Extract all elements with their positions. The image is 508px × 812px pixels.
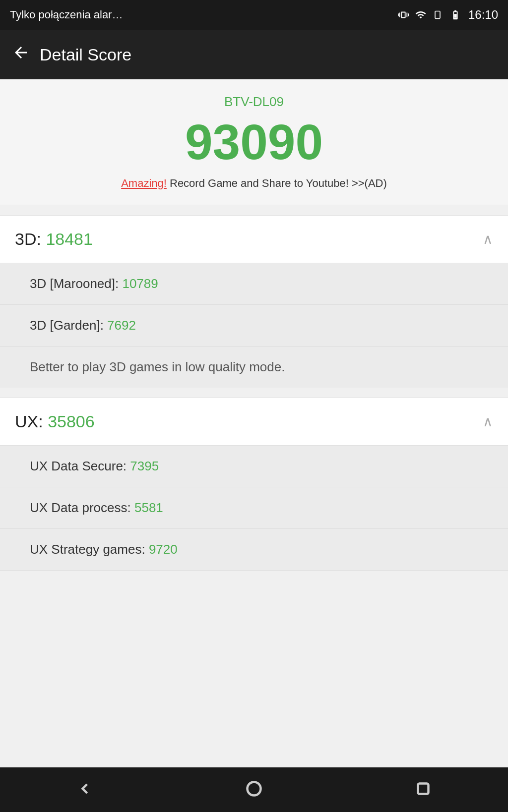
promo-rest: Record Game and Share to Youtube! >>(AD) <box>170 177 387 189</box>
battery-icon <box>447 9 463 20</box>
section-3d-label: 3D: 18481 <box>15 230 93 249</box>
sub-item-3d-marooned-score: 10789 <box>122 276 158 291</box>
section-ux-score: 35806 <box>48 412 95 431</box>
svg-point-2 <box>247 782 260 796</box>
sub-item-3d-marooned-label: 3D [Marooned]: <box>30 276 122 291</box>
nav-recent-button[interactable] <box>414 780 432 800</box>
sim-icon <box>433 9 443 20</box>
sub-item-ux-strategy-games-score: 9720 <box>149 542 178 557</box>
device-name: BTV-DL09 <box>224 94 284 110</box>
nav-back-button[interactable] <box>76 780 94 800</box>
section-ux-label: UX: 35806 <box>15 412 95 431</box>
sub-item-ux-data-process: UX Data process: 5581 <box>0 487 508 529</box>
sub-item-ux-strategy-games-label: UX Strategy games: <box>30 542 149 557</box>
main-content: BTV-DL09 93090 Amazing! Record Game and … <box>0 79 508 571</box>
sub-item-ux-data-process-label: UX Data process: <box>30 500 134 515</box>
nav-home-button[interactable] <box>245 780 263 800</box>
notification-text: Tylko połączenia alar… <box>10 8 123 21</box>
sub-item-ux-data-secure-score: 7395 <box>130 459 159 473</box>
promo-amazing[interactable]: Amazing! <box>121 177 167 189</box>
sub-item-3d-garden-label: 3D [Garden]: <box>30 318 107 333</box>
section-3d-note: Better to play 3D games in low quality m… <box>0 347 508 388</box>
bottom-nav <box>0 767 508 812</box>
sub-item-ux-strategy-games: UX Strategy games: 9720 <box>0 529 508 571</box>
total-score: 93090 <box>185 115 323 169</box>
section-ux-header[interactable]: UX: 35806 ∧ <box>0 398 508 446</box>
wifi-icon <box>414 9 428 20</box>
hero-section: BTV-DL09 93090 Amazing! Record Game and … <box>0 79 508 205</box>
sub-item-3d-marooned: 3D [Marooned]: 10789 <box>0 263 508 305</box>
status-icons: 16:10 <box>398 8 498 22</box>
status-time: 16:10 <box>468 8 498 22</box>
sub-item-3d-garden: 3D [Garden]: 7692 <box>0 305 508 347</box>
sub-item-ux-data-secure-label: UX Data Secure: <box>30 459 130 473</box>
sub-item-ux-data-process-score: 5581 <box>134 500 163 515</box>
vibrate-icon <box>398 9 409 20</box>
promo-text: Amazing! Record Game and Share to Youtub… <box>121 177 387 190</box>
chevron-up-icon-ux: ∧ <box>483 413 493 430</box>
back-button[interactable] <box>12 44 30 66</box>
page-title: Detail Score <box>40 45 131 64</box>
svg-rect-1 <box>454 14 457 17</box>
chevron-up-icon-3d: ∧ <box>483 231 493 247</box>
sub-item-ux-data-secure: UX Data Secure: 7395 <box>0 446 508 487</box>
status-bar: Tylko połączenia alar… 16:10 <box>0 0 508 30</box>
svg-rect-3 <box>418 784 429 794</box>
section-3d-subitems: 3D [Marooned]: 10789 3D [Garden]: 7692 B… <box>0 263 508 388</box>
sub-item-3d-garden-score: 7692 <box>107 318 136 333</box>
section-3d-score: 18481 <box>46 230 93 248</box>
top-bar: Detail Score <box>0 30 508 79</box>
section-3d-header[interactable]: 3D: 18481 ∧ <box>0 215 508 263</box>
section-ux-subitems: UX Data Secure: 7395 UX Data process: 55… <box>0 446 508 571</box>
